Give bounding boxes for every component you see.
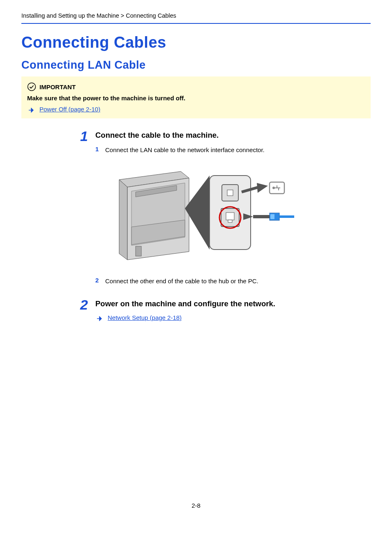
svg-marker-16	[257, 183, 268, 193]
breadcrumb: Installing and Setting up the Machine > …	[21, 12, 371, 24]
power-off-link[interactable]: Power Off (page 2-10)	[39, 106, 100, 113]
svg-rect-11	[227, 190, 233, 196]
step-body: Connect the cable to the machine. 1 Conn…	[95, 129, 371, 290]
section-title: Connecting LAN Cable	[21, 59, 371, 72]
page-number: 2-8	[21, 502, 371, 509]
svg-rect-7	[136, 246, 141, 256]
svg-marker-2	[119, 180, 127, 260]
step-title: Connect the cable to the machine.	[95, 131, 371, 140]
step-number: 1	[75, 129, 88, 290]
important-callout: IMPORTANT Make sure that the power to th…	[21, 76, 371, 118]
svg-rect-13	[226, 213, 234, 220]
svg-rect-14	[228, 220, 232, 222]
steps-container: 1 Connect the cable to the machine. 1 Co…	[75, 129, 371, 321]
substep-text: Connect the other end of the cable to th…	[105, 277, 258, 285]
lan-connection-figure	[107, 159, 371, 268]
substep-1: 1 Connect the LAN cable to the network i…	[95, 146, 371, 154]
step-title: Power on the machine and configure the n…	[95, 299, 371, 308]
reference-row: Network Setup (page 2-18)	[97, 314, 371, 321]
substep-text: Connect the LAN cable to the network int…	[105, 146, 265, 154]
substep-number: 2	[95, 277, 101, 285]
substep-2: 2 Connect the other end of the cable to …	[95, 277, 371, 285]
svg-point-0	[28, 83, 36, 91]
step-body: Power on the machine and configure the n…	[95, 298, 371, 321]
step-number: 2	[75, 298, 88, 321]
callout-header: IMPORTANT	[27, 82, 364, 91]
step-2: 2 Power on the machine and configure the…	[75, 298, 371, 321]
arrow-right-icon	[29, 107, 35, 112]
callout-label: IMPORTANT	[39, 83, 76, 90]
important-check-icon	[27, 82, 36, 91]
page-title: Connecting Cables	[21, 34, 371, 51]
reference-row: Power Off (page 2-10)	[29, 106, 364, 113]
page-body: Installing and Setting up the Machine > …	[0, 0, 392, 525]
callout-text: Make sure that the power to the machine …	[27, 95, 364, 102]
step-1: 1 Connect the cable to the machine. 1 Co…	[75, 129, 371, 290]
svg-rect-22	[270, 214, 274, 219]
network-setup-link[interactable]: Network Setup (page 2-18)	[108, 314, 182, 321]
substep-number: 1	[95, 146, 101, 154]
arrow-right-icon	[97, 315, 104, 320]
